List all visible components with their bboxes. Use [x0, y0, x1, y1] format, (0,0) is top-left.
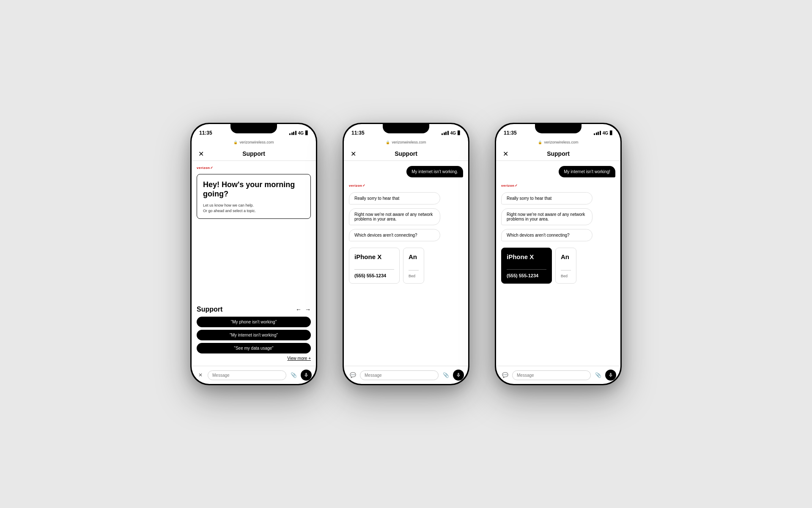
- signal-icon-3: [594, 131, 601, 135]
- bot-bubble-2-3: Right now we're not aware of any network…: [501, 208, 593, 225]
- signal-icon-2: [442, 131, 449, 135]
- close-button-3[interactable]: ✕: [503, 150, 508, 158]
- network-type-1: 4G: [298, 131, 304, 135]
- device-name-iphone-2: iPhone X: [354, 253, 394, 261]
- status-right-3: 4G ▊: [594, 131, 613, 135]
- view-more-1[interactable]: View more +: [197, 356, 311, 361]
- attachment-icon-1[interactable]: 📎: [289, 370, 298, 380]
- phone-number-iphone-2: (555) 555-1234: [354, 269, 394, 278]
- message-input-3[interactable]: [512, 370, 591, 380]
- device-cards-3: iPhone X (555) 555-1234 An Bed: [501, 248, 615, 284]
- phone-3-wrapper: 11:35 4G ▊ verizonwireless.c: [495, 123, 622, 385]
- bot-label-row-2: verizon✓: [349, 184, 463, 188]
- device-cards-2: iPhone X (555) 555-1234 An Bed: [349, 248, 463, 284]
- network-type-3: 4G: [603, 131, 608, 135]
- message-input-2[interactable]: [360, 370, 439, 380]
- verizon-label-1: verizon✓: [197, 166, 311, 170]
- mic-button-1[interactable]: [301, 370, 312, 381]
- support-section-1: Support ← → "My phone isn't working" "My…: [197, 306, 311, 361]
- status-right-1: 4G ▊: [289, 131, 308, 135]
- welcome-greeting-1: Hey! How's your morning going?: [203, 180, 304, 199]
- phone-1: 11:35 4G ▊ verizonw: [190, 123, 317, 385]
- verizon-label-3: verizon✓: [501, 184, 518, 188]
- partial-device-name-3: An: [561, 253, 571, 261]
- notch-3: [535, 124, 582, 133]
- network-type-2: 4G: [450, 131, 456, 135]
- close-button-1[interactable]: ✕: [198, 150, 204, 158]
- time-2: 11:35: [351, 130, 365, 136]
- phone-number-iphone-3: (555) 555-1234: [507, 269, 546, 278]
- close-button-2[interactable]: ✕: [351, 150, 356, 158]
- signal-icon-1: [289, 131, 296, 135]
- chat-content-1: verizon✓ Hey! How's your morning going? …: [192, 161, 316, 366]
- mic-icon-2: [456, 373, 461, 378]
- app-header-1: ✕ Support: [192, 147, 316, 161]
- device-card-partial-2[interactable]: An Bed: [403, 248, 424, 284]
- status-right-2: 4G ▊: [442, 131, 461, 135]
- nav-arrows-1: ← →: [296, 306, 311, 313]
- mic-button-3[interactable]: [605, 370, 616, 381]
- url-bar-1: verizonwireless.com: [192, 139, 316, 147]
- user-bubble-3: My internet isn't working!: [559, 166, 615, 177]
- notch-1: [230, 124, 277, 133]
- arrow-left-1[interactable]: ←: [296, 306, 302, 313]
- chat-icon-3[interactable]: 💬: [500, 370, 510, 380]
- header-title-1: Support: [242, 150, 265, 157]
- attachment-icon-3[interactable]: 📎: [593, 370, 603, 380]
- device-card-partial-3[interactable]: An Bed: [555, 248, 576, 284]
- url-bar-2: verizonwireless.com: [344, 139, 468, 147]
- attachment-icon-2[interactable]: 📎: [441, 370, 450, 380]
- mic-icon-3: [608, 373, 613, 378]
- bot-bubble-2-2: Right now we're not aware of any network…: [349, 208, 440, 225]
- battery-icon-2: ▊: [458, 131, 461, 135]
- verizon-label-2: verizon✓: [349, 184, 365, 188]
- app-header-2: ✕ Support: [344, 147, 468, 161]
- arrow-right-1[interactable]: →: [305, 306, 311, 313]
- time-1: 11:35: [199, 130, 212, 136]
- input-bar-2: 💬 📎: [344, 366, 468, 384]
- battery-icon-3: ▊: [610, 131, 613, 135]
- mic-icon-1: [304, 373, 309, 378]
- url-bar-3: verizonwireless.com: [496, 139, 620, 147]
- app-header-3: ✕ Support: [496, 147, 620, 161]
- quick-reply-1-1[interactable]: "My internet isn't working": [197, 330, 311, 340]
- welcome-box-1: Hey! How's your morning going? Let us kn…: [197, 174, 311, 219]
- bot-bubble-3-2: Which devices aren't connecting?: [349, 229, 440, 241]
- bot-bubble-1-3: Really sorry to hear that: [501, 192, 593, 204]
- input-bar-1: ✕ 📎: [192, 366, 316, 384]
- partial-device-label-3: Bed: [561, 270, 571, 278]
- chat-content-2: My internet isn't working. verizon✓ Real…: [344, 161, 468, 366]
- chat-icon-2[interactable]: 💬: [348, 370, 357, 380]
- url-text-2: verizonwireless.com: [392, 140, 426, 144]
- quick-reply-0-1[interactable]: "My phone isn't working": [197, 317, 311, 327]
- welcome-subtext-1: Let us know how we can help.Or go ahead …: [203, 203, 304, 213]
- lock-icon-1: [233, 140, 238, 144]
- url-text-1: verizonwireless.com: [239, 140, 274, 144]
- lock-icon-2: [386, 140, 390, 144]
- input-bar-3: 💬 📎: [496, 366, 620, 384]
- notch-2: [383, 124, 429, 133]
- close-icon-bar-1[interactable]: ✕: [196, 370, 205, 380]
- url-text-3: verizonwireless.com: [544, 140, 578, 144]
- partial-device-name-2: An: [409, 253, 419, 261]
- phone-3: 11:35 4G ▊ verizonwireless.c: [495, 123, 622, 385]
- phone-2: 11:35 4G ▊ verizonwireless.c: [343, 123, 469, 385]
- phones-container: 11:35 4G ▊ verizonw: [190, 123, 622, 385]
- support-title-1: Support: [197, 306, 222, 313]
- quick-reply-2-1[interactable]: "See my data usage": [197, 343, 311, 353]
- device-card-iphone-2[interactable]: iPhone X (555) 555-1234: [349, 248, 400, 284]
- header-title-2: Support: [395, 150, 417, 157]
- time-3: 11:35: [504, 130, 517, 136]
- user-bubble-2: My internet isn't working.: [406, 166, 463, 177]
- phone-1-wrapper: 11:35 4G ▊ verizonw: [190, 123, 317, 385]
- battery-icon-1: ▊: [305, 131, 308, 135]
- support-header-1: Support ← →: [197, 306, 311, 313]
- phone-2-wrapper: 11:35 4G ▊ verizonwireless.c: [343, 123, 469, 385]
- device-card-iphone-3[interactable]: iPhone X (555) 555-1234: [501, 248, 552, 284]
- chat-content-3: My internet isn't working! verizon✓ Real…: [496, 161, 620, 366]
- bot-bubble-1-2: Really sorry to hear that: [349, 192, 440, 204]
- lock-icon-3: [538, 140, 542, 144]
- header-title-3: Support: [547, 150, 570, 157]
- mic-button-2[interactable]: [453, 370, 464, 381]
- message-input-1[interactable]: [208, 370, 286, 380]
